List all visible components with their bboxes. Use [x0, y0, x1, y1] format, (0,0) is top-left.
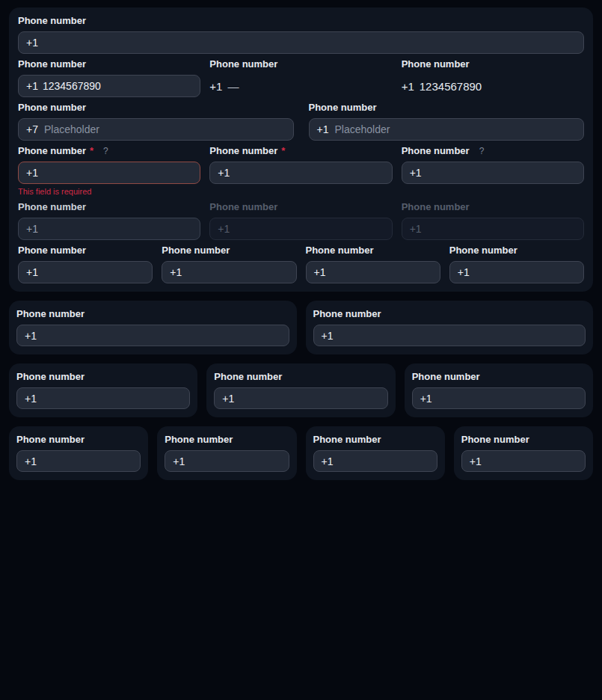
- phone-label-text: Phone number: [16, 371, 85, 383]
- phone-field-compact: Phone number +1: [162, 245, 296, 283]
- phone-placeholder: Placeholder: [44, 123, 99, 135]
- phone-label-text: Phone number: [165, 434, 233, 446]
- dial-code-prefix: +1: [402, 80, 414, 93]
- phone-field-disabled: Phone number +1: [402, 201, 584, 240]
- validation-variants-row: Phone number * ? +1 This field is requir…: [18, 145, 584, 197]
- phone-label-text: Phone number: [18, 102, 86, 114]
- dial-code-prefix: +1: [26, 266, 38, 278]
- phone-input[interactable]: +7 Placeholder: [18, 118, 294, 141]
- phone-label-text: Phone number: [461, 434, 529, 446]
- required-asterisk: *: [281, 145, 285, 157]
- dial-code-prefix: +1: [322, 330, 334, 342]
- dial-code-prefix: +1: [410, 223, 422, 235]
- help-question-icon[interactable]: ?: [103, 145, 108, 157]
- phone-label: Phone number: [313, 308, 586, 320]
- phone-input[interactable]: +1 1234567890: [18, 75, 200, 97]
- dial-code-prefix: +1: [25, 455, 37, 467]
- dial-code-prefix: +1: [26, 167, 38, 179]
- phone-label: Phone number ?: [402, 145, 584, 157]
- phone-field-card: Phone number +1: [9, 426, 148, 480]
- dial-code-prefix: +1: [218, 223, 230, 235]
- phone-label-text: Phone number: [402, 145, 470, 157]
- phone-input[interactable]: +1: [18, 162, 200, 184]
- phone-input[interactable]: +1: [449, 261, 584, 283]
- dial-code-prefix: +1: [317, 123, 329, 135]
- phone-label: Phone number: [209, 201, 392, 213]
- phone-label: Phone number: [402, 201, 584, 213]
- dial-code-prefix: +7: [26, 123, 38, 135]
- state-variants-row: Phone number +1 Phone number +1 Phone nu…: [18, 201, 584, 240]
- phone-input[interactable]: +1: [16, 450, 141, 472]
- phone-label-text: Phone number: [306, 245, 374, 257]
- phone-label: Phone number * ?: [18, 145, 200, 157]
- phone-label-text: Phone number: [402, 58, 470, 70]
- phone-field-card: Phone number +1: [9, 301, 297, 354]
- phone-label: Phone number: [18, 102, 294, 114]
- phone-input[interactable]: +1: [18, 31, 584, 54]
- phone-field-compact: Phone number +1: [18, 245, 153, 283]
- phone-field-readonly: Phone number +1: [18, 201, 200, 240]
- dial-code-prefix: +1: [173, 455, 185, 467]
- phone-number-value: —: [227, 80, 239, 93]
- value-variants-row: Phone number +1 1234567890 Phone number …: [18, 58, 584, 97]
- phone-field-filled: Phone number +1 1234567890: [18, 58, 200, 97]
- phone-label-text: Phone number: [209, 58, 277, 70]
- phone-input[interactable]: +1: [18, 218, 200, 240]
- phone-field-required: Phone number * +1: [209, 145, 392, 197]
- phone-label: Phone number: [309, 102, 585, 114]
- phone-label: Phone number: [214, 371, 387, 383]
- phone-label: Phone number: [412, 371, 586, 383]
- phone-label-text: Phone number: [16, 308, 85, 320]
- phone-input[interactable]: +1 Placeholder: [309, 118, 585, 141]
- compact-fields-row: Phone number +1 Phone number +1 Phone nu…: [18, 245, 584, 283]
- phone-label: Phone number: [449, 245, 584, 257]
- dial-code-prefix: +1: [314, 266, 326, 278]
- phone-input[interactable]: +1: [18, 261, 153, 283]
- phone-input: +1: [402, 218, 584, 240]
- phone-input[interactable]: +1: [313, 325, 586, 346]
- help-question-icon[interactable]: ?: [479, 145, 485, 157]
- phone-input[interactable]: +1: [214, 387, 387, 409]
- card-row-four-columns: Phone number +1 Phone number +1 Phone nu…: [9, 426, 593, 480]
- phone-input[interactable]: +1: [402, 162, 584, 184]
- phone-field-disabled: Phone number +1: [209, 201, 392, 240]
- phone-field-showcase-panel: Phone number +1 Phone number +1 12345678…: [9, 7, 593, 292]
- phone-field-card: Phone number +1: [405, 363, 593, 417]
- dial-code-prefix: +1: [25, 330, 37, 342]
- phone-label: Phone number: [16, 308, 289, 320]
- phone-input[interactable]: +1: [461, 450, 586, 472]
- phone-text-readout: +1 1234567890: [402, 75, 584, 97]
- phone-label-text: Phone number: [402, 201, 470, 213]
- phone-input: +1: [209, 218, 392, 240]
- phone-label: Phone number *: [209, 145, 392, 157]
- phone-label: Phone number: [402, 58, 584, 70]
- phone-field-card: Phone number +1: [306, 301, 594, 354]
- phone-input[interactable]: +1: [306, 261, 440, 283]
- phone-number-value: 1234567890: [420, 80, 482, 93]
- phone-label: Phone number: [209, 58, 392, 70]
- phone-label: Phone number: [18, 201, 200, 213]
- dial-code-prefix: +1: [410, 167, 422, 179]
- phone-input[interactable]: +1: [16, 325, 289, 346]
- phone-field-default: Phone number +1: [18, 15, 584, 54]
- phone-input[interactable]: +1: [165, 450, 289, 472]
- phone-field-card: Phone number +1: [157, 426, 296, 480]
- phone-label: Phone number: [18, 15, 584, 27]
- phone-label: Phone number: [461, 434, 586, 446]
- phone-label: Phone number: [18, 58, 200, 70]
- phone-input[interactable]: +1: [313, 450, 437, 472]
- phone-label-text: Phone number: [162, 245, 230, 257]
- phone-input[interactable]: +1: [16, 387, 190, 409]
- phone-label-text: Phone number: [313, 434, 381, 446]
- phone-label-text: Phone number: [18, 58, 86, 70]
- dial-code-prefix: +1: [420, 393, 432, 405]
- phone-input[interactable]: +1: [162, 261, 296, 283]
- phone-label-text: Phone number: [18, 201, 86, 213]
- phone-input[interactable]: +1: [209, 162, 392, 184]
- dial-code-prefix: +1: [209, 80, 222, 93]
- phone-input[interactable]: +1: [412, 387, 586, 409]
- dial-code-prefix: +1: [26, 80, 38, 92]
- phone-label-text: Phone number: [309, 102, 377, 114]
- dial-code-prefix: +1: [26, 223, 38, 235]
- phone-label: Phone number: [16, 434, 141, 446]
